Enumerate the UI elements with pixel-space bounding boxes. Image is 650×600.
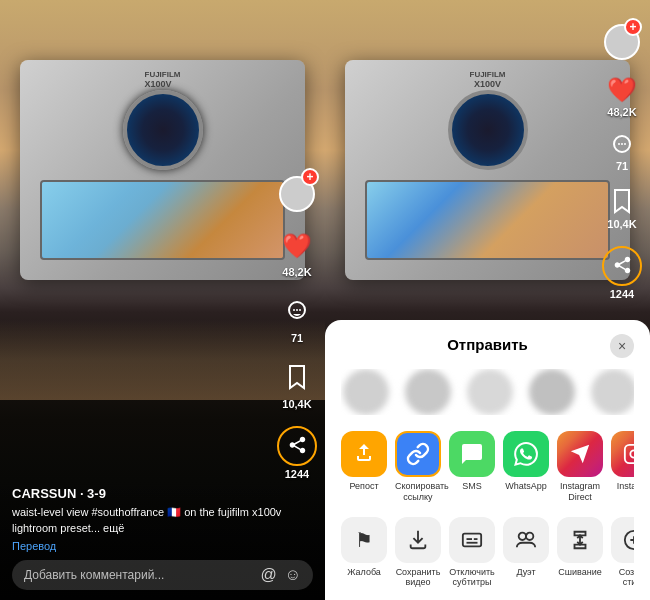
- right-follow-btn[interactable]: +: [624, 18, 642, 36]
- like-item[interactable]: ❤️ 48,2K: [279, 228, 315, 278]
- right-camera-lens: [448, 90, 528, 170]
- heart-icon[interactable]: ❤️: [279, 228, 315, 264]
- friend-avatar-4: [529, 369, 575, 415]
- close-button[interactable]: ×: [610, 334, 634, 358]
- action-create[interactable]: Создай стике: [611, 517, 634, 589]
- sms-label: SMS: [462, 481, 482, 492]
- friend-avatar-5: [591, 369, 634, 415]
- action-save-video[interactable]: Сохранить видео: [395, 517, 441, 589]
- share-header: Отправить ×: [341, 336, 634, 353]
- bookmark-count: 10,4K: [282, 398, 311, 410]
- copy-link-label: Скопировать ссылку: [395, 481, 441, 503]
- friend-avatar-3: [467, 369, 513, 415]
- sms-icon: [449, 431, 495, 477]
- mention-icon[interactable]: @: [260, 566, 276, 584]
- action-duet[interactable]: Дуэт: [503, 517, 549, 589]
- app-item-instagram[interactable]: Instagr...: [611, 431, 634, 503]
- comment-item[interactable]: 71: [279, 294, 315, 344]
- svg-point-15: [519, 532, 526, 539]
- right-comment-item[interactable]: 71: [610, 134, 634, 172]
- duet-icon: [503, 517, 549, 563]
- right-share-icon-wrapper[interactable]: [602, 246, 642, 286]
- svg-point-16: [526, 532, 533, 539]
- create-label: Создай стике: [611, 567, 634, 589]
- comment-icon[interactable]: [279, 294, 315, 330]
- repost-icon: [341, 431, 387, 477]
- right-sidebar-actions: + ❤️ 48,2K 71 10,4K 1244: [602, 24, 642, 300]
- ig-direct-icon: [557, 431, 603, 477]
- right-heart-icon[interactable]: ❤️: [607, 76, 637, 104]
- app-item-whatsapp[interactable]: WhatsApp: [503, 431, 549, 503]
- right-share-count: 1244: [610, 288, 634, 300]
- like-count: 48,2K: [282, 266, 311, 278]
- comment-placeholder: Добавить комментарий...: [24, 568, 252, 582]
- instagram-label: Instagr...: [617, 481, 634, 492]
- comment-icons: @ ☺: [260, 566, 301, 584]
- svg-point-7: [624, 143, 626, 145]
- duet-label: Дуэт: [516, 567, 535, 578]
- share-icon-wrapper[interactable]: [277, 426, 317, 466]
- svg-point-3: [299, 309, 301, 311]
- camera-lens: [123, 90, 203, 170]
- right-avatar[interactable]: +: [604, 24, 640, 60]
- right-comment-count: 71: [616, 160, 628, 172]
- friend-avatar-2: [405, 369, 451, 415]
- app-item-ig-direct[interactable]: Instagram Direct: [557, 431, 603, 503]
- right-like-item[interactable]: ❤️ 48,2K: [607, 76, 637, 118]
- save-video-icon: [395, 517, 441, 563]
- friends-row: [341, 369, 634, 415]
- copy-link-icon: [395, 431, 441, 477]
- subtitles-label: Отключить субтитры: [449, 567, 495, 589]
- username: CARSSUN · 3-9: [12, 486, 313, 501]
- share-title: Отправить: [447, 336, 528, 353]
- create-icon: [611, 517, 634, 563]
- emoji-icon[interactable]: ☺: [285, 566, 301, 584]
- save-video-label: Сохранить видео: [395, 567, 441, 589]
- right-bookmark-count: 10,4K: [607, 218, 636, 230]
- right-comment-icon[interactable]: [610, 134, 634, 158]
- translate-link[interactable]: Перевод: [12, 540, 313, 552]
- follow-button[interactable]: +: [301, 168, 319, 186]
- comment-count: 71: [291, 332, 303, 344]
- right-bookmark-item[interactable]: 10,4K: [607, 188, 636, 230]
- bookmark-item[interactable]: 10,4K: [279, 360, 315, 410]
- bookmark-icon[interactable]: [279, 360, 315, 396]
- caption: waist-level view #southoffrance 🇫🇷 on th…: [12, 505, 313, 536]
- comment-bar[interactable]: Добавить комментарий... @ ☺: [12, 560, 313, 590]
- ig-direct-label: Instagram Direct: [557, 481, 603, 503]
- report-label: Жалоба: [347, 567, 381, 578]
- app-item-copy-link[interactable]: Скопировать ссылку: [395, 431, 441, 503]
- svg-point-9: [630, 450, 634, 457]
- report-icon: ⚑: [341, 517, 387, 563]
- svg-point-1: [293, 309, 295, 311]
- app-item-repost[interactable]: Репост: [341, 431, 387, 503]
- friend-item-1[interactable]: [341, 369, 391, 415]
- camera-brand: FUJIFILMX100V: [145, 70, 181, 89]
- right-camera-screen: [365, 180, 610, 260]
- share-item[interactable]: 1244: [277, 426, 317, 480]
- camera-body: FUJIFILMX100V: [20, 60, 305, 280]
- actions-row: ⚑ Жалоба Сохранить видео Отключить субти…: [341, 517, 634, 589]
- action-report[interactable]: ⚑ Жалоба: [341, 517, 387, 589]
- action-subtitles[interactable]: Отключить субтитры: [449, 517, 495, 589]
- right-camera-brand: FUJIFILMX100V: [470, 70, 506, 89]
- friend-avatar-1: [343, 369, 389, 415]
- whatsapp-icon: [503, 431, 549, 477]
- action-stitch[interactable]: Сшивание: [557, 517, 603, 589]
- stitch-icon: [557, 517, 603, 563]
- right-bookmark-icon[interactable]: [610, 188, 634, 216]
- friend-item-4[interactable]: [527, 369, 577, 415]
- app-item-sms[interactable]: SMS: [449, 431, 495, 503]
- camera-visual: FUJIFILMX100V: [20, 60, 305, 360]
- avatar-container: +: [279, 176, 315, 212]
- instagram-icon: [611, 431, 634, 477]
- friend-item-5[interactable]: [589, 369, 634, 415]
- right-like-count: 48,2K: [607, 106, 636, 118]
- svg-point-2: [296, 309, 298, 311]
- svg-rect-8: [625, 445, 634, 463]
- creator-avatar-item[interactable]: +: [279, 176, 315, 212]
- friend-item-2[interactable]: [403, 369, 453, 415]
- friend-item-3[interactable]: [465, 369, 515, 415]
- right-share-item[interactable]: 1244: [602, 246, 642, 300]
- right-panel: FUJIFILMX100V + ❤️ 48,2K 71 10,4K 1244: [325, 0, 650, 600]
